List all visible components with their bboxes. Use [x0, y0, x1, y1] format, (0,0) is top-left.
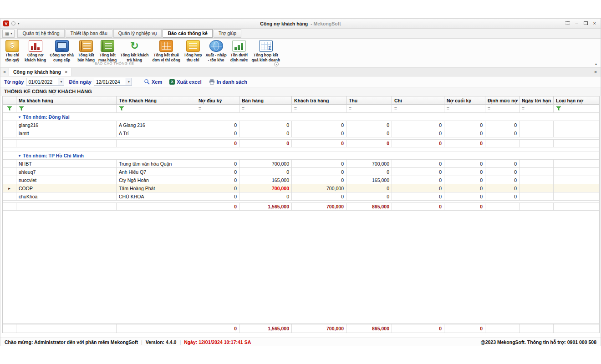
debt-type-cell[interactable]	[554, 184, 599, 192]
value-cell[interactable]: 165,000	[239, 176, 292, 184]
value-cell[interactable]: 0	[292, 192, 346, 201]
value-cell[interactable]: 0	[485, 184, 520, 192]
group-header-row-1[interactable]: ▾Tên nhóm: TP Hồ Chí Minh	[3, 152, 599, 160]
value-cell[interactable]: 0	[292, 160, 346, 168]
print-list-button[interactable]: In danh sách	[209, 79, 247, 85]
filter-cell-8[interactable]: =	[485, 105, 520, 113]
ribbon-button-1[interactable]: Công nợkhách hàng	[23, 40, 47, 62]
value-cell[interactable]: 0	[444, 192, 485, 201]
column-header-10[interactable]: Loại hạn nợ	[554, 96, 599, 105]
due-date-cell[interactable]	[520, 121, 554, 129]
value-cell[interactable]: 0	[485, 160, 520, 168]
customer-code-cell[interactable]: lamtt	[16, 129, 117, 137]
debt-type-cell[interactable]	[554, 121, 599, 129]
value-cell[interactable]: 0	[196, 121, 239, 129]
customer-code-cell[interactable]: NHBT	[16, 160, 117, 168]
column-header-1[interactable]: Tên Khách Hàng	[117, 96, 196, 105]
value-cell[interactable]: 0	[292, 176, 346, 184]
customer-code-cell[interactable]: giang216	[16, 121, 117, 129]
fit-screen-icon[interactable]	[565, 21, 570, 26]
value-cell[interactable]: 0	[485, 121, 520, 129]
value-cell[interactable]: 165,000	[346, 176, 392, 184]
customer-name-cell[interactable]: CHÚ KHOA	[117, 192, 196, 201]
filter-cell-9[interactable]: =	[520, 105, 554, 113]
value-cell[interactable]: 0	[392, 121, 444, 129]
application-menu-button[interactable]: ▦ ▾	[2, 30, 15, 38]
filter-cell-2[interactable]: =	[196, 105, 239, 113]
value-cell[interactable]: 0	[196, 129, 239, 137]
ribbon-button-0[interactable]: Thu chitồn quỹ	[2, 40, 22, 62]
data-row-chuKhoa[interactable]: chuKhoaCHÚ KHOA0000000	[3, 192, 599, 201]
due-date-cell[interactable]	[520, 168, 554, 176]
to-date-input[interactable]: 12/01/2024 ▼	[94, 78, 132, 86]
due-date-cell[interactable]	[520, 160, 554, 168]
customer-code-cell[interactable]: nuocviet	[16, 176, 117, 184]
quick-access-circle-icon[interactable]	[11, 21, 15, 25]
value-cell[interactable]: 0	[485, 176, 520, 184]
column-header-6[interactable]: Chi	[392, 96, 444, 105]
minimize-button[interactable]: –	[575, 21, 578, 26]
value-cell[interactable]: 0	[346, 129, 392, 137]
due-date-cell[interactable]	[520, 176, 554, 184]
ribbon-button-4[interactable]: Tổng kếtmua hàng	[97, 40, 118, 62]
customer-name-cell[interactable]: Anh Hiếu Q7	[117, 168, 196, 176]
due-date-cell[interactable]	[520, 184, 554, 192]
value-cell[interactable]: 700,000	[292, 184, 346, 192]
filter-cell-1[interactable]	[117, 105, 196, 113]
filter-cell-10[interactable]	[554, 105, 599, 113]
tabbar-close-left-button[interactable]: ×	[0, 68, 9, 76]
value-cell[interactable]: 0	[292, 121, 346, 129]
value-cell[interactable]: 0	[485, 168, 520, 176]
value-cell[interactable]: 0	[392, 168, 444, 176]
customer-name-cell[interactable]: Trung tâm văn hóa Quận	[117, 160, 196, 168]
value-cell[interactable]: 0	[444, 129, 485, 137]
mekongsoft-logo-icon[interactable]: V	[3, 20, 9, 26]
to-date-dropdown-icon[interactable]: ▼	[126, 78, 132, 85]
ribbon-button-8[interactable]: Xuất - nhập- tồn kho	[204, 40, 228, 62]
ribbon-tab-2[interactable]: Quản lý nghiệp vụ	[113, 29, 162, 38]
filter-cell-7[interactable]: =	[444, 105, 485, 113]
ribbon-button-7[interactable]: Tổng hợpthu chi	[183, 40, 204, 62]
value-cell[interactable]: 0	[444, 168, 485, 176]
customer-code-cell[interactable]: chuKhoa	[16, 192, 117, 201]
ribbon-button-6[interactable]: Tổng kết thuêđơn vị thi công	[151, 40, 182, 62]
value-cell[interactable]: 0	[239, 168, 292, 176]
data-row-nuocviet[interactable]: nuocvietCty Ngô Hoàn0165,0000165,000000	[3, 176, 599, 184]
value-cell[interactable]: 700,000	[239, 184, 292, 192]
data-row-lamtt[interactable]: lamttA Trí0000000	[3, 129, 599, 137]
debt-type-cell[interactable]	[554, 160, 599, 168]
group-header-label[interactable]: ▾Tên nhóm: TP Hồ Chí Minh	[16, 152, 599, 160]
value-cell[interactable]: 0	[444, 160, 485, 168]
value-cell[interactable]: 0	[485, 192, 520, 201]
column-header-4[interactable]: Khách trả hàng	[292, 96, 346, 105]
customer-name-cell[interactable]: A Giang 216	[117, 121, 196, 129]
column-header-9[interactable]: Ngày tới hạn	[520, 96, 554, 105]
value-cell[interactable]: 0	[196, 176, 239, 184]
value-cell[interactable]: 0	[392, 184, 444, 192]
value-cell[interactable]: 0	[346, 121, 392, 129]
column-header-3[interactable]: Bán hàng	[239, 96, 292, 105]
close-button[interactable]: ×	[593, 21, 596, 26]
value-cell[interactable]: 0	[292, 129, 346, 137]
value-cell[interactable]: 700,000	[346, 160, 392, 168]
filter-cell-0[interactable]	[16, 105, 117, 113]
from-date-input[interactable]: 01/01/2022 ▼	[26, 78, 64, 86]
due-date-cell[interactable]	[520, 129, 554, 137]
value-cell[interactable]: 0	[346, 192, 392, 201]
value-cell[interactable]: 0	[196, 192, 239, 201]
value-cell[interactable]: 0	[346, 184, 392, 192]
debt-type-cell[interactable]	[554, 176, 599, 184]
ribbon-tab-0[interactable]: Quản trị hệ thống	[17, 29, 64, 38]
ribbon-button-2[interactable]: Công nợ nhàcung cấp	[48, 40, 75, 62]
value-cell[interactable]: 0	[196, 184, 239, 192]
ribbon-button-10[interactable]: Tổng hợp kếtquả kinh doanh	[250, 40, 281, 62]
group-expand-icon[interactable]: ▾	[19, 154, 20, 158]
view-button[interactable]: Xem	[144, 79, 162, 85]
value-cell[interactable]: 0	[239, 129, 292, 137]
quick-access-dropdown-icon[interactable]: ▾	[18, 22, 20, 25]
tabbar-close-right-button[interactable]: ×	[591, 68, 601, 76]
customer-name-cell[interactable]: Cty Ngô Hoàn	[117, 176, 196, 184]
value-cell[interactable]: 0	[485, 129, 520, 137]
group-header-row-0[interactable]: ▾Tên nhóm: Đồng Nai	[3, 113, 599, 121]
value-cell[interactable]: 0	[392, 176, 444, 184]
